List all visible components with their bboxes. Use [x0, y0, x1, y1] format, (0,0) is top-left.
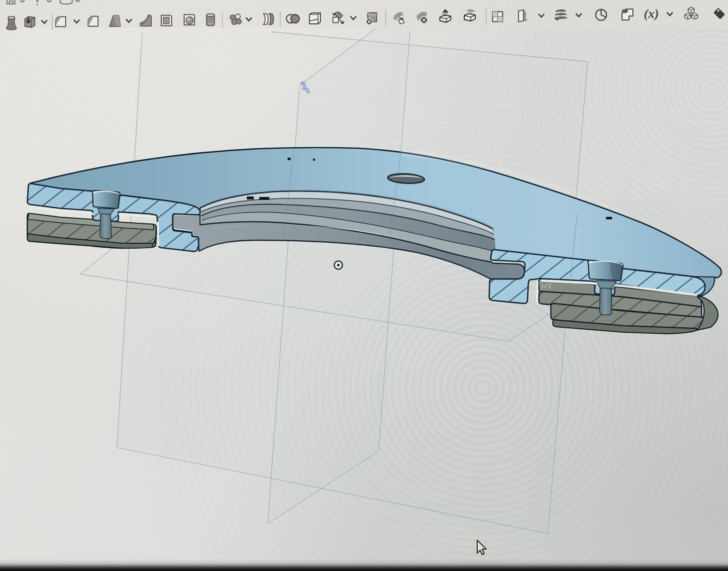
svg-text:(x): (x)	[644, 6, 659, 21]
